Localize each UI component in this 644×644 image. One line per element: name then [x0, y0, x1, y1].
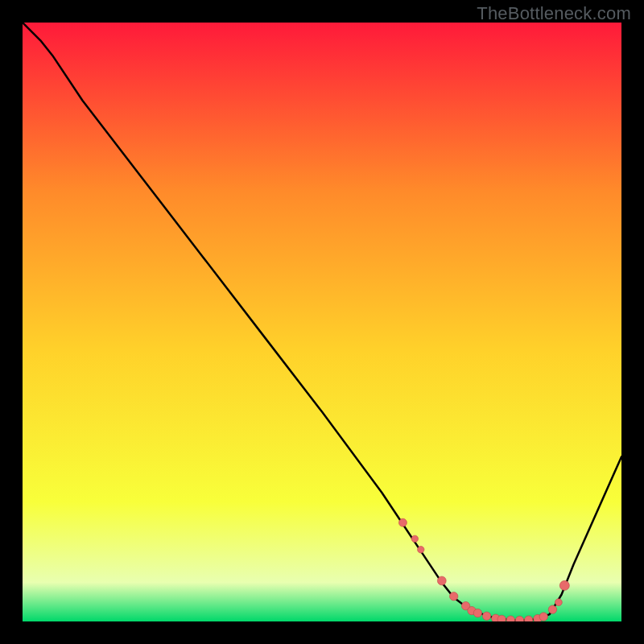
chart-background-gradient	[23, 23, 621, 621]
chart-svg	[23, 23, 621, 621]
chart-marker	[539, 613, 547, 621]
chart-marker	[411, 535, 418, 542]
chart-marker	[437, 576, 446, 585]
chart-marker	[449, 592, 457, 601]
chart-marker	[418, 547, 424, 553]
chart-marker	[473, 609, 481, 617]
watermark-text: TheBottleneck.com	[477, 3, 631, 24]
chart-marker	[555, 599, 562, 606]
chart-area	[23, 23, 621, 621]
chart-marker	[559, 580, 569, 590]
chart-marker	[482, 612, 490, 620]
chart-marker	[497, 615, 506, 621]
page-root: TheBottleneck.com	[0, 0, 644, 644]
chart-marker	[548, 605, 556, 613]
chart-marker	[398, 518, 407, 526]
